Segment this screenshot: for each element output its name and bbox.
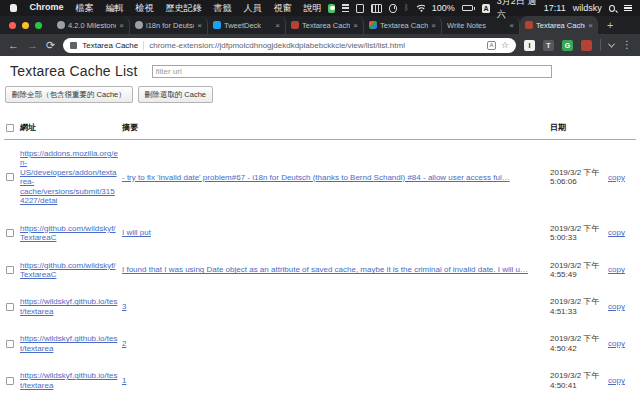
row-checkbox[interactable]: [6, 173, 14, 181]
cache-date: 2019/3/2 下午 4:51:33: [548, 288, 606, 325]
new-tab-button[interactable]: +: [598, 16, 622, 34]
macos-menu-bar: Chrome檔案編輯檢視歷史記錄書籤人員視窗說明 ᛒ 100% A 3月2日 週…: [0, 0, 640, 16]
bluetooth-icon[interactable]: ᛒ: [404, 4, 409, 12]
tab-7[interactable]: Textarea Cache ×: [520, 16, 598, 34]
cache-summary-link[interactable]: 2: [122, 339, 126, 348]
extension-icon-1[interactable]: I: [524, 40, 535, 51]
extension-icon-3[interactable]: G: [562, 40, 573, 51]
chrome-menu-icon[interactable]: ⋮: [622, 40, 632, 50]
cache-url-link[interactable]: https://github.com/wildskyf/TextareaC: [20, 261, 118, 280]
input-source-lines-icon[interactable]: [342, 4, 349, 12]
filter-url-input[interactable]: [152, 65, 552, 78]
bookmark-star-icon[interactable]: ☆: [501, 41, 509, 50]
menu-item-bookmarks[interactable]: 書籤: [208, 2, 238, 15]
row-checkbox[interactable]: [6, 266, 14, 274]
tab-close-icon[interactable]: ×: [119, 21, 124, 30]
tab-5[interactable]: Textarea Cache ×: [364, 16, 442, 34]
row-checkbox[interactable]: [6, 303, 14, 311]
cache-url-link[interactable]: https://github.com/wildskyf/TextareaC: [20, 224, 118, 243]
delete-selected-button[interactable]: 刪除選取的 Cache: [138, 86, 213, 103]
textarea-cache-favicon: [291, 21, 299, 29]
copy-link[interactable]: copy: [608, 228, 625, 237]
window-zoom-button[interactable]: [35, 22, 42, 29]
forward-icon[interactable]: →: [27, 40, 38, 51]
battery-icon[interactable]: [462, 5, 476, 11]
wifi-icon[interactable]: [416, 4, 425, 12]
omnibox-url[interactable]: chrome-extension://jdfpmolcdhnogjdekdkdp…: [149, 41, 482, 50]
tab-close-icon[interactable]: ×: [588, 21, 593, 30]
tab-3[interactable]: TweetDeck ×: [208, 16, 286, 34]
window-minimize-button[interactable]: [22, 22, 29, 29]
col-header-date: 日期: [548, 119, 606, 140]
cache-summary-link[interactable]: I will put: [122, 228, 151, 237]
tab-6[interactable]: Write Notes ×: [442, 16, 520, 34]
row-checkbox[interactable]: [6, 340, 14, 348]
select-all-checkbox[interactable]: [6, 124, 14, 132]
menu-item-history[interactable]: 歷史記錄: [160, 2, 208, 15]
window-controls: [0, 16, 52, 34]
copy-link[interactable]: copy: [608, 302, 625, 311]
tab-close-icon[interactable]: ×: [431, 21, 436, 30]
cache-date: 2019/3/2 下午 5:00:33: [548, 215, 606, 252]
window-close-button[interactable]: [9, 22, 16, 29]
menu-item-help[interactable]: 說明: [298, 2, 328, 15]
cache-url-link[interactable]: https://wildskyf.github.io/test/textarea: [20, 334, 118, 353]
copy-link[interactable]: copy: [608, 339, 625, 348]
omnibox[interactable]: Textarea Cache chrome-extension://jdfpmo…: [63, 38, 516, 53]
cache-url-link[interactable]: https://addons.mozilla.org/en- US/develo…: [20, 149, 118, 206]
menu-item-view[interactable]: 檢視: [130, 2, 160, 15]
cache-summary-link[interactable]: 3: [122, 302, 126, 311]
keyboard-icon[interactable]: [371, 4, 382, 13]
menu-item-edit[interactable]: 編輯: [100, 2, 130, 15]
menu-item-file[interactable]: 檔案: [70, 2, 100, 15]
tab-title: Textarea Cache: [536, 21, 585, 30]
menu-item-people[interactable]: 人員: [238, 2, 268, 15]
menu-bar-time[interactable]: 17:11: [544, 3, 566, 13]
tab-close-icon[interactable]: ×: [275, 21, 280, 30]
screen-capture-icon[interactable]: [356, 4, 364, 13]
tab-close-icon[interactable]: ×: [197, 21, 202, 30]
menu-item-window[interactable]: 視窗: [268, 2, 298, 15]
apple-menu-icon[interactable]: [10, 4, 17, 12]
line-app-icon[interactable]: [328, 4, 335, 13]
row-checkbox[interactable]: [6, 229, 14, 237]
tab-close-icon[interactable]: ×: [509, 21, 514, 30]
delete-all-button[interactable]: 刪除全部（包含很重要的 Cache）: [5, 86, 133, 103]
ime-badge[interactable]: A: [482, 4, 489, 13]
notification-center-icon[interactable]: [624, 5, 632, 12]
row-checkbox[interactable]: [6, 377, 14, 385]
github-favicon: [135, 21, 143, 29]
translate-icon[interactable]: A: [487, 41, 496, 50]
cache-date: 2019/3/2 下午 4:50:41: [548, 362, 606, 399]
copy-link[interactable]: copy: [608, 265, 625, 274]
spotlight-search-icon[interactable]: [609, 5, 615, 12]
copy-link[interactable]: copy: [608, 376, 625, 385]
extension-page-icon: [70, 42, 77, 49]
cache-date: 2019/3/2 下午 5:06:06: [548, 140, 606, 215]
chrome-tab-strip: 4.2.0 Milestone × i18n for Deutsch × Twe…: [0, 16, 640, 34]
textarea-cache-extension-icon[interactable]: [581, 40, 592, 51]
cache-summary-link[interactable]: 1: [122, 376, 126, 385]
extension-icon-2[interactable]: T: [543, 40, 554, 51]
chrome-toolbar: ← → ⟳ Textarea Cache chrome-extension://…: [0, 34, 640, 56]
menu-item-chrome[interactable]: Chrome: [24, 2, 70, 15]
tab-close-icon[interactable]: ×: [353, 21, 358, 30]
clock-app-icon[interactable]: [389, 4, 397, 13]
table-row: https://wildskyf.github.io/test/textarea…: [4, 325, 636, 362]
github-favicon: [57, 21, 65, 29]
reload-icon[interactable]: ⟳: [46, 40, 55, 51]
overflow-chevron-icon[interactable]: [608, 40, 615, 47]
cache-url-link[interactable]: https://wildskyf.github.io/test/textarea: [20, 371, 118, 390]
tab-1[interactable]: 4.2.0 Milestone ×: [52, 16, 130, 34]
menu-bar-user[interactable]: wildsky: [573, 3, 602, 13]
copy-link[interactable]: copy: [608, 173, 625, 182]
tab-2[interactable]: i18n for Deutsch ×: [130, 16, 208, 34]
cache-url-link[interactable]: https://wildskyf.github.io/test/textarea: [20, 297, 118, 316]
cache-summary-link[interactable]: - try to fix 'invalid date' problem#67 -…: [122, 173, 510, 182]
col-header-copy: [606, 119, 636, 140]
tab-4[interactable]: Textarea Cache ×: [286, 16, 364, 34]
col-header-url: 網址: [18, 119, 120, 140]
back-icon[interactable]: ←: [8, 40, 19, 51]
tab-title: Write Notes: [447, 21, 506, 30]
cache-summary-link[interactable]: I found that I was using Date object as …: [122, 265, 528, 274]
